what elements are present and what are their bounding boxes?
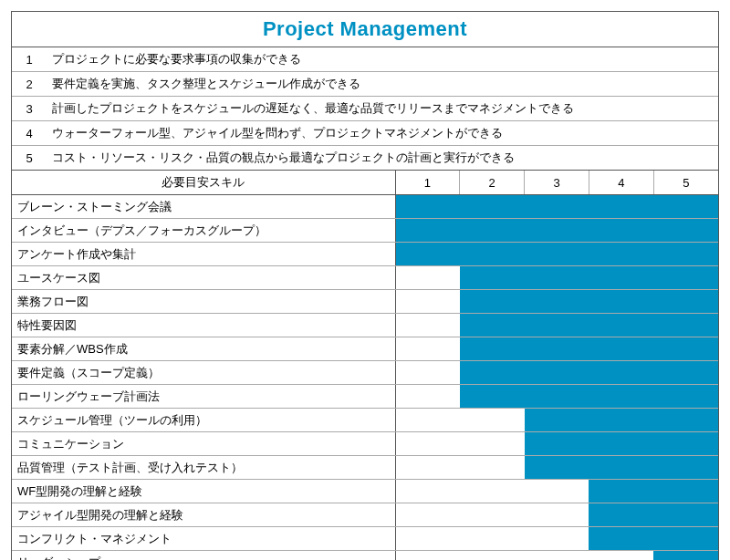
table-row: インタビュー（デプス／フォーカスグループ） — [12, 219, 718, 243]
table-row: 特性要因図 — [12, 314, 718, 337]
skill-cell — [589, 314, 653, 337]
skill-cell — [460, 503, 525, 527]
skill-cell — [525, 503, 589, 527]
skill-cell — [460, 456, 525, 480]
skill-cell — [589, 195, 653, 219]
skill-cell — [525, 385, 589, 409]
skill-name: ローリングウェーブ計画法 — [12, 385, 395, 409]
table-row: 品質管理（テスト計画、受け入れテスト） — [12, 456, 718, 480]
table-row: コミュニケーション — [12, 432, 718, 456]
skill-cell — [460, 290, 525, 314]
skill-cell — [460, 337, 525, 361]
skill-cell — [525, 314, 589, 337]
skill-name: インタビュー（デプス／フォーカスグループ） — [12, 219, 395, 243]
skill-cell — [460, 219, 525, 243]
skill-cell — [460, 243, 525, 266]
skill-cell — [525, 456, 589, 480]
skill-cell — [653, 503, 718, 527]
level-description: プロジェクトに必要な要求事項の収集ができる — [47, 47, 718, 72]
table-row: ローリングウェーブ計画法 — [12, 385, 718, 409]
skill-cell — [653, 219, 718, 243]
skill-cell — [460, 432, 525, 456]
skill-name: 業務フロー図 — [12, 290, 395, 314]
skill-cell — [589, 361, 653, 385]
skill-name: コミュニケーション — [12, 432, 395, 456]
skill-name: スケジュール管理（ツールの利用） — [12, 409, 395, 432]
skill-cell — [395, 266, 460, 290]
page-title: Project Management — [12, 12, 718, 47]
skill-cell — [653, 337, 718, 361]
skill-cell — [460, 480, 525, 503]
level-definitions: 1プロジェクトに必要な要求事項の収集ができる2要件定義を実施、タスク整理とスケジ… — [12, 47, 718, 171]
level-number: 2 — [12, 72, 47, 97]
skill-cell — [395, 527, 460, 551]
level-description: 計画したプロジェクトをスケジュールの遅延なく、最適な品質でリリースまでマネジメン… — [47, 97, 718, 121]
skill-cell — [589, 456, 653, 480]
skill-cell — [589, 480, 653, 503]
skill-cell — [395, 195, 460, 219]
level-header-3: 3 — [525, 171, 589, 195]
skill-cell — [460, 385, 525, 409]
level-header-1: 1 — [395, 171, 460, 195]
table-row: WF型開発の理解と経験 — [12, 480, 718, 503]
skill-cell — [395, 314, 460, 337]
level-number: 5 — [12, 146, 47, 171]
skill-cell — [653, 456, 718, 480]
skill-cell — [589, 337, 653, 361]
skill-cell — [653, 385, 718, 409]
skill-name: リーダーシップ — [12, 551, 395, 561]
skill-cell — [525, 337, 589, 361]
skill-cell — [395, 337, 460, 361]
skill-cell — [653, 551, 718, 561]
skill-cell — [395, 219, 460, 243]
skill-cell — [653, 432, 718, 456]
skill-cell — [653, 195, 718, 219]
table-row: ユースケース図 — [12, 266, 718, 290]
skill-name: WF型開発の理解と経験 — [12, 480, 395, 503]
skill-cell — [525, 219, 589, 243]
skill-cell — [589, 243, 653, 266]
level-description: 要件定義を実施、タスク整理とスケジュール作成ができる — [47, 72, 718, 97]
skill-cell — [395, 290, 460, 314]
skill-matrix: 必要目安スキル 1 2 3 4 5 ブレーン・ストーミング会議インタビュー（デプ… — [12, 171, 718, 560]
skill-cell — [589, 219, 653, 243]
level-description: ウォーターフォール型、アジャイル型を問わず、プロジェクトマネジメントができる — [47, 121, 718, 146]
skill-cell — [525, 290, 589, 314]
skill-cell — [395, 409, 460, 432]
skill-cell — [525, 551, 589, 561]
skill-cell — [460, 361, 525, 385]
skill-cell — [653, 527, 718, 551]
table-row: 業務フロー図 — [12, 290, 718, 314]
skill-cell — [395, 385, 460, 409]
skill-cell — [653, 266, 718, 290]
skill-cell — [589, 266, 653, 290]
skill-cell — [589, 432, 653, 456]
skill-cell — [395, 361, 460, 385]
skill-cell — [395, 480, 460, 503]
table-row: 要件定義（スコープ定義） — [12, 361, 718, 385]
skill-name: アジャイル型開発の理解と経験 — [12, 503, 395, 527]
skill-cell — [653, 409, 718, 432]
level-header-5: 5 — [653, 171, 718, 195]
skill-name: 特性要因図 — [12, 314, 395, 337]
skill-name: コンフリクト・マネジメント — [12, 527, 395, 551]
skill-cell — [653, 290, 718, 314]
level-header-2: 2 — [460, 171, 525, 195]
skill-cell — [395, 243, 460, 266]
table-row: ブレーン・ストーミング会議 — [12, 195, 718, 219]
skill-cell — [395, 503, 460, 527]
skill-cell — [525, 195, 589, 219]
skill-cell — [460, 266, 525, 290]
skill-cell — [395, 432, 460, 456]
skill-cell — [589, 551, 653, 561]
skill-cell — [589, 527, 653, 551]
skill-name: ユースケース図 — [12, 266, 395, 290]
table-row: コンフリクト・マネジメント — [12, 527, 718, 551]
skill-cell — [460, 527, 525, 551]
table-row: 要素分解／WBS作成 — [12, 337, 718, 361]
table-row: リーダーシップ — [12, 551, 718, 561]
skill-cell — [525, 480, 589, 503]
table-row: アジャイル型開発の理解と経験 — [12, 503, 718, 527]
skill-cell — [460, 314, 525, 337]
skill-cell — [653, 480, 718, 503]
